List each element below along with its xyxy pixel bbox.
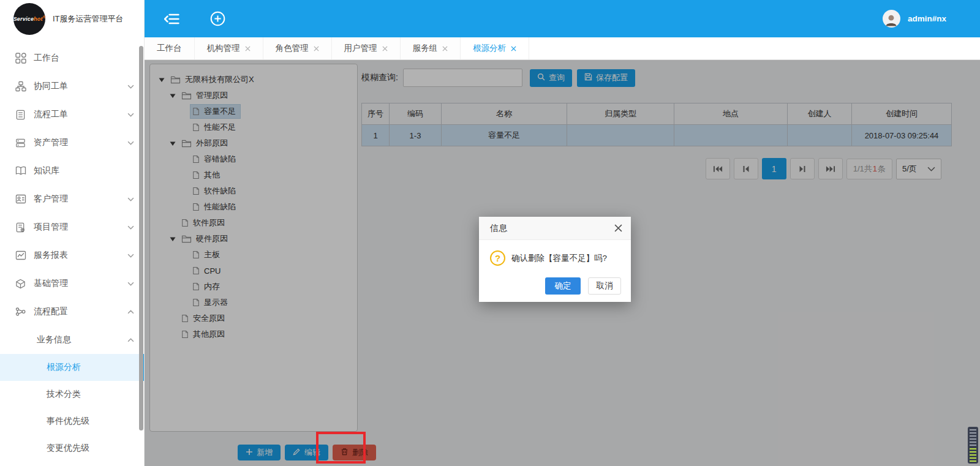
sidebar-item-label: 项目管理 — [34, 222, 68, 233]
chevron-up-icon — [127, 338, 134, 342]
tab[interactable]: 角色管理 — [263, 37, 332, 59]
dialog-title: 信息 — [490, 223, 507, 234]
sidebar-item[interactable]: 工作台 — [0, 44, 144, 72]
project-icon — [15, 222, 26, 233]
close-icon[interactable] — [314, 46, 319, 51]
sidebar-subitem-label: 事件优先级 — [47, 416, 89, 427]
cancel-button[interactable]: 取消 — [588, 277, 621, 295]
app-logo: Servicehot® IT服务运营管理平台 — [0, 0, 144, 37]
sidebar-subitem-label: 变更优先级 — [47, 443, 89, 454]
close-icon[interactable] — [245, 46, 251, 51]
sidebar-item-label: 流程工单 — [34, 109, 68, 120]
collaboration-icon — [15, 81, 26, 92]
sidebar-item[interactable]: 服务报表 — [0, 241, 144, 269]
sidebar-item-label: 协同工单 — [34, 81, 68, 92]
click-annotation-box — [316, 432, 366, 464]
chevron-down-icon — [127, 141, 134, 145]
sidebar-subitem[interactable]: 根源分析 — [0, 354, 144, 381]
sidebar-item[interactable]: 项目管理 — [0, 213, 144, 241]
collapse-menu-icon[interactable] — [164, 13, 179, 25]
process-order-icon — [15, 109, 26, 120]
flow-config-icon — [15, 306, 26, 317]
sidebar-item[interactable]: 协同工单 — [0, 72, 144, 100]
sidebar-subitem-label: 根源分析 — [47, 362, 81, 373]
knowledge-icon — [15, 165, 26, 176]
chevron-down-icon — [127, 197, 134, 201]
sidebar-item-label: 资产管理 — [34, 137, 68, 148]
sidebar-item[interactable]: 知识库 — [0, 157, 144, 185]
sidebar-item[interactable]: 资产管理 — [0, 129, 144, 157]
sidebar-item[interactable]: 基础管理 — [0, 269, 144, 298]
tab-strip: 工作台 机构管理 角色管理 用户管理 服务组 根源分析 — [145, 37, 980, 60]
dialog-message: 确认删除【容量不足】吗? — [511, 253, 607, 264]
sidebar-subitem[interactable]: 变更优先级 — [0, 435, 144, 462]
close-icon[interactable] — [511, 46, 516, 51]
tab[interactable]: 机构管理 — [195, 37, 263, 59]
sidebar-item-label: 客户管理 — [34, 194, 68, 205]
performance-widget — [968, 427, 978, 464]
sidebar-item-label: 基础管理 — [34, 278, 68, 289]
sidebar-item-label: 工作台 — [34, 53, 59, 64]
chevron-down-icon — [127, 113, 134, 117]
chevron-down-icon — [127, 85, 134, 89]
tab[interactable]: 服务组 — [401, 37, 461, 59]
avatar[interactable] — [883, 10, 900, 28]
sidebar-menu: 工作台 协同工单 流程工单 资产管理 知 — [0, 44, 144, 462]
add-circle-icon[interactable] — [210, 11, 225, 26]
base-icon — [15, 278, 26, 289]
sidebar-scrollbar[interactable] — [139, 46, 143, 430]
confirm-button[interactable]: 确定 — [545, 277, 581, 295]
topbar: admin#nx — [145, 0, 980, 37]
sidebar-item-label: 服务报表 — [34, 250, 68, 261]
sidebar-subitem[interactable]: 技术分类 — [0, 381, 144, 408]
close-icon[interactable] — [442, 46, 448, 51]
report-icon — [15, 250, 26, 261]
sidebar: Servicehot® IT服务运营管理平台 工作台 协同工单 流程工单 — [0, 0, 145, 466]
sidebar-item-label: 流程配置 — [34, 306, 68, 317]
username[interactable]: admin#nx — [908, 14, 946, 23]
asset-icon — [15, 137, 26, 148]
chevron-down-icon — [127, 225, 134, 230]
sidebar-item[interactable]: 流程配置 — [0, 298, 144, 326]
sidebar-item-label: 知识库 — [34, 165, 59, 176]
tab[interactable]: 根源分析 — [461, 37, 529, 59]
sidebar-group-label: 业务信息 — [37, 334, 71, 345]
chevron-down-icon — [127, 254, 134, 258]
tab[interactable]: 工作台 — [145, 37, 195, 59]
customer-icon — [15, 194, 26, 205]
chevron-up-icon — [127, 310, 134, 314]
tab[interactable]: 用户管理 — [332, 37, 401, 59]
app-title: IT服务运营管理平台 — [53, 13, 124, 24]
dialog-close-icon[interactable] — [614, 224, 622, 232]
sidebar-subitem[interactable]: 事件优先级 — [0, 408, 144, 435]
brand-logo: Servicehot® — [13, 3, 45, 35]
sidebar-item[interactable]: 流程工单 — [0, 100, 144, 129]
chevron-down-icon — [127, 282, 134, 286]
close-icon[interactable] — [382, 46, 388, 51]
workbench-icon — [15, 53, 26, 64]
sidebar-group-business-info[interactable]: 业务信息 — [0, 326, 144, 354]
confirm-dialog: 信息 ? 确认删除【容量不足】吗? 确定 取消 — [479, 217, 631, 302]
sidebar-subitem-label: 技术分类 — [47, 389, 81, 400]
sidebar-item[interactable]: 客户管理 — [0, 185, 144, 213]
question-icon: ? — [490, 250, 505, 266]
